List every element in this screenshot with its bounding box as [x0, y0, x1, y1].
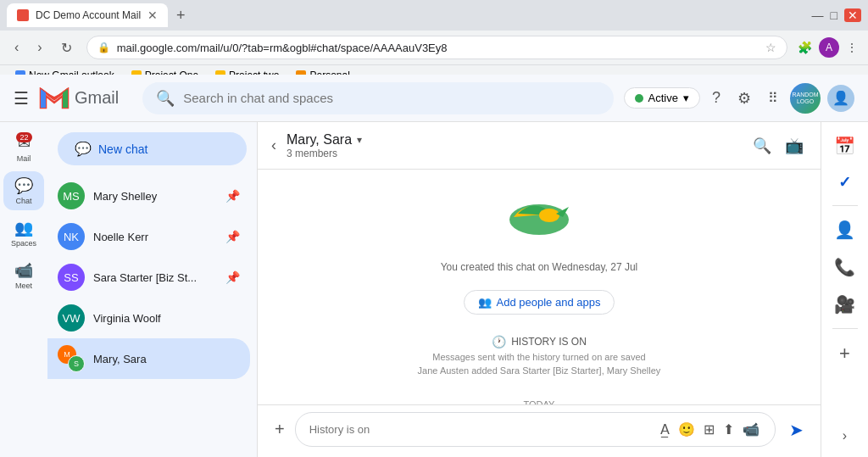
- chat-header-info: Mary, Sara ▾ 3 members: [287, 132, 749, 159]
- company-logo[interactable]: RANDOM LOGO: [790, 83, 821, 114]
- search-icon: 🔍: [156, 89, 175, 108]
- new-chat-icon: 💬: [75, 141, 92, 157]
- add-people-label: Add people and apps: [497, 296, 601, 309]
- address-bar[interactable]: 🔒 ☆: [86, 36, 787, 59]
- apps-grid-button[interactable]: ⠿: [763, 85, 783, 111]
- help-button[interactable]: ?: [707, 84, 726, 112]
- extensions-button[interactable]: 🧩: [798, 41, 812, 54]
- search-bar[interactable]: 🔍: [142, 82, 613, 114]
- chat-icon: 💬: [14, 176, 33, 195]
- search-chat-button[interactable]: 🔍: [749, 133, 775, 159]
- active-tab[interactable]: DC Demo Account Mail ✕: [7, 3, 168, 27]
- maximize-button[interactable]: □: [831, 8, 837, 22]
- video-button[interactable]: 📹: [741, 420, 761, 439]
- sidebar-item-chat[interactable]: 💬 Chat: [3, 171, 44, 210]
- right-sidebar-calendar-button[interactable]: 📅: [827, 129, 862, 163]
- close-button[interactable]: ✕: [844, 8, 861, 22]
- refresh-button[interactable]: ↻: [57, 38, 76, 58]
- chat-name-noelle-kerr: Noelle Kerr: [93, 231, 217, 243]
- history-section: 🕐 HISTORY IS ON Messages sent with the h…: [271, 335, 807, 376]
- meet-icon: 📹: [14, 261, 33, 280]
- avatar-group-mary-sara: M S: [58, 345, 85, 372]
- chat-name-mary-shelley: Mary Shelley: [93, 190, 217, 203]
- browser-controls: ‹ › ↻ 🔒 ☆ 🧩 A ⋮: [0, 31, 868, 65]
- chat-input-area: + A̲ 🙂 ⊞ ⬆ 📹 ➤: [258, 404, 821, 457]
- pin-icon-noelle-kerr: 📌: [225, 230, 240, 243]
- input-field-wrapper[interactable]: A̲ 🙂 ⊞ ⬆ 📹: [295, 412, 776, 447]
- chat-item-virginia-woolf[interactable]: VW Virginia Woolf: [47, 298, 250, 338]
- chat-item-mary-sara[interactable]: M S Mary, Sara: [47, 338, 250, 379]
- chat-name-sara-starter: Sara Starter [Biz St...: [93, 271, 217, 284]
- right-sidebar-meet-button[interactable]: 🎥: [827, 287, 862, 321]
- sidebar-item-spaces[interactable]: 👥 Spaces: [3, 214, 44, 253]
- sidebar-item-meet[interactable]: 📹 Meet: [3, 256, 44, 295]
- new-chat-button[interactable]: 💬 New chat: [58, 132, 247, 165]
- input-actions: A̲ 🙂 ⊞ ⬆ 📹: [659, 420, 761, 439]
- chat-name-mary-sara: Mary, Sara: [93, 353, 240, 365]
- chat-title: Mary, Sara: [287, 132, 352, 148]
- chat-bird-illustration: [488, 190, 590, 241]
- chat-illustration: [271, 190, 807, 241]
- mail-icon-wrapper: ✉ 22: [18, 134, 31, 153]
- star-icon[interactable]: ☆: [765, 41, 776, 54]
- add-people-icon: 👥: [478, 296, 492, 309]
- back-button[interactable]: ‹: [271, 137, 276, 154]
- browser-action-buttons: 🧩 A ⋮: [798, 37, 858, 58]
- add-people-button[interactable]: 👥 Add people and apps: [464, 290, 615, 315]
- active-dropdown-icon: ▾: [683, 92, 689, 104]
- right-sidebar-add-button[interactable]: +: [832, 336, 857, 371]
- forward-button[interactable]: ›: [33, 38, 46, 57]
- tab-close-button[interactable]: ✕: [147, 8, 158, 22]
- chat-input[interactable]: [309, 423, 652, 436]
- send-button[interactable]: ➤: [786, 416, 807, 443]
- format-text-button[interactable]: A̲: [659, 420, 671, 439]
- right-sidebar-tasks-button[interactable]: ✓: [832, 166, 858, 198]
- video-chat-button[interactable]: 📺: [782, 133, 807, 159]
- pin-icon-mary-shelley: 📌: [225, 189, 240, 203]
- search-input[interactable]: [183, 91, 599, 105]
- url-input[interactable]: [117, 42, 759, 54]
- right-sidebar-contacts-button[interactable]: 👤: [827, 213, 862, 247]
- input-add-button[interactable]: +: [271, 416, 288, 443]
- gmail-left-sidebar: ✉ 22 Mail 💬 Chat 👥 Spaces 📹 Meet: [0, 122, 47, 457]
- right-sidebar-expand-button[interactable]: ›: [836, 421, 854, 450]
- chat-name-dropdown-icon[interactable]: ▾: [357, 134, 362, 146]
- svg-point-2: [539, 209, 559, 222]
- emoji-button[interactable]: 🙂: [676, 420, 697, 439]
- drive-button[interactable]: ⬆: [721, 420, 736, 439]
- hamburger-button[interactable]: ☰: [14, 88, 29, 109]
- history-clock-icon: 🕐: [492, 335, 506, 348]
- chat-panel: 💬 New chat MS Mary Shelley 📌 NK Noelle K…: [47, 122, 258, 457]
- pin-icon-sara-starter: 📌: [225, 270, 240, 284]
- new-chat-label: New chat: [98, 142, 147, 156]
- chat-item-mary-shelley[interactable]: MS Mary Shelley 📌: [47, 176, 250, 216]
- tab-bar: DC Demo Account Mail ✕ + — □ ✕: [0, 0, 868, 31]
- sidebar-chat-label: Chat: [15, 197, 31, 205]
- profile-avatar[interactable]: 👤: [827, 85, 854, 112]
- active-label: Active: [648, 92, 678, 104]
- lock-icon: 🔒: [97, 42, 110, 53]
- active-status-button[interactable]: Active ▾: [624, 87, 700, 109]
- active-dot: [635, 94, 643, 103]
- chat-header-actions: 🔍 📺: [749, 133, 807, 159]
- attachment-button[interactable]: ⊞: [702, 420, 716, 439]
- profile-button[interactable]: A: [819, 37, 839, 58]
- sidebar-mail-label: Mail: [17, 154, 31, 163]
- back-button[interactable]: ‹: [10, 38, 23, 57]
- avatar-noelle-kerr: NK: [58, 223, 85, 250]
- chat-item-noelle-kerr[interactable]: NK Noelle Kerr 📌: [47, 216, 250, 257]
- chat-item-sara-starter[interactable]: SS Sara Starter [Biz St... 📌: [47, 257, 250, 298]
- settings-button[interactable]: ⚙: [732, 84, 756, 113]
- chat-created-text: You created this chat on Wednesday, 27 J…: [271, 261, 807, 273]
- sidebar-item-mail[interactable]: ✉ 22 Mail: [3, 129, 44, 168]
- minimize-button[interactable]: —: [812, 8, 824, 22]
- avatar-mary-shelley: MS: [58, 182, 85, 209]
- new-tab-button[interactable]: +: [171, 7, 191, 25]
- right-sidebar-phone-button[interactable]: 📞: [827, 250, 862, 284]
- chat-list: MS Mary Shelley 📌 NK Noelle Kerr 📌 SS Sa…: [47, 176, 257, 457]
- gmail-m-logo: [39, 87, 70, 109]
- avatar-sara-starter: SS: [58, 264, 85, 291]
- sidebar-spaces-label: Spaces: [11, 239, 36, 248]
- chat-main: ‹ Mary, Sara ▾ 3 members 🔍 📺: [258, 122, 821, 457]
- more-button[interactable]: ⋮: [846, 41, 858, 54]
